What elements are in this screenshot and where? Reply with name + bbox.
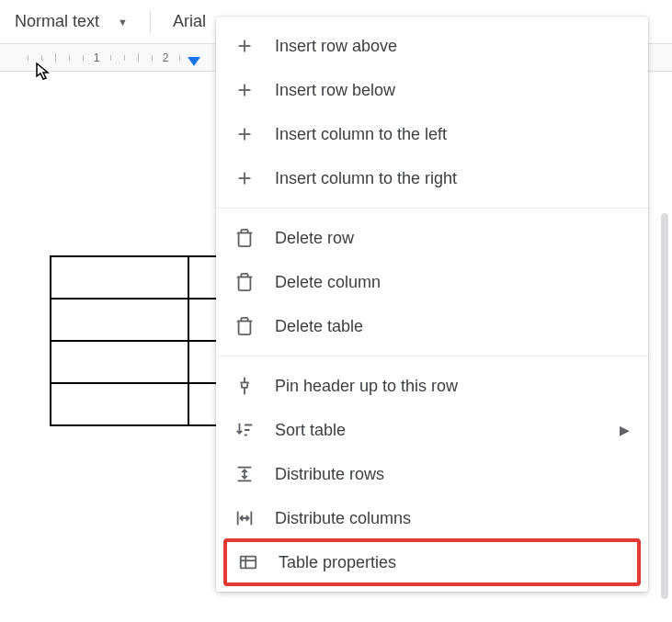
menu-label: Delete row: [275, 229, 630, 248]
table-cell[interactable]: [51, 383, 188, 425]
menu-item-pin-header[interactable]: Pin header up to this row: [216, 364, 648, 408]
table-cell[interactable]: [51, 341, 188, 383]
table-row[interactable]: [51, 341, 216, 383]
plus-icon: [234, 124, 255, 144]
font-label: Arial: [173, 12, 206, 30]
paragraph-style-selector[interactable]: Normal text ▼: [7, 8, 135, 35]
menu-label: Insert column to the right: [275, 169, 630, 188]
style-label: Normal text: [15, 12, 99, 31]
menu-item-insert-column-left[interactable]: Insert column to the left: [216, 112, 648, 156]
chevron-down-icon: ▼: [118, 17, 128, 28]
menu-item-table-properties[interactable]: Table properties: [223, 538, 641, 586]
menu-divider: [216, 208, 648, 209]
trash-icon: [234, 316, 255, 336]
menu-item-distribute-rows[interactable]: Distribute rows: [216, 452, 648, 496]
plus-icon: [234, 80, 255, 100]
menu-item-insert-row-above[interactable]: Insert row above: [216, 24, 648, 68]
menu-label: Distribute rows: [275, 465, 630, 484]
table-context-menu: Insert row above Insert row below Insert…: [216, 17, 648, 592]
menu-label: Distribute columns: [275, 509, 630, 528]
menu-label: Delete table: [275, 317, 630, 336]
table-properties-icon: [238, 552, 258, 572]
table-cell[interactable]: [188, 383, 216, 425]
distribute-rows-icon: [234, 464, 255, 484]
indent-marker-icon[interactable]: [188, 57, 200, 66]
menu-label: Table properties: [279, 553, 626, 572]
trash-icon: [234, 228, 255, 248]
sort-icon: [234, 420, 255, 440]
menu-label: Delete column: [275, 273, 630, 292]
table-cell[interactable]: [188, 341, 216, 383]
menu-item-insert-column-right[interactable]: Insert column to the right: [216, 156, 648, 200]
menu-item-delete-column[interactable]: Delete column: [216, 260, 648, 304]
plus-icon: [234, 168, 255, 188]
toolbar-divider: [150, 10, 151, 34]
table-row[interactable]: [51, 256, 216, 299]
table-cell[interactable]: [51, 256, 188, 299]
ruler-mark: 2: [161, 51, 171, 64]
scrollbar[interactable]: [661, 213, 668, 599]
distribute-columns-icon: [234, 508, 255, 528]
menu-item-sort-table[interactable]: Sort table ▶: [216, 408, 648, 452]
menu-label: Insert column to the left: [275, 125, 630, 144]
table-cell[interactable]: [188, 256, 216, 299]
font-selector[interactable]: Arial: [165, 8, 213, 35]
table-row[interactable]: [51, 383, 216, 425]
table-cell[interactable]: [188, 299, 216, 341]
plus-icon: [234, 36, 255, 56]
menu-label: Insert row above: [275, 37, 630, 56]
pin-icon: [234, 376, 255, 396]
menu-item-delete-row[interactable]: Delete row: [216, 216, 648, 260]
menu-item-insert-row-below[interactable]: Insert row below: [216, 68, 648, 112]
table-row[interactable]: [51, 299, 216, 341]
menu-label: Pin header up to this row: [275, 377, 630, 396]
menu-label: Sort table: [275, 421, 599, 440]
document-table[interactable]: [50, 255, 216, 426]
trash-icon: [234, 272, 255, 292]
menu-divider: [216, 356, 648, 356]
menu-item-delete-table[interactable]: Delete table: [216, 304, 648, 348]
table-cell[interactable]: [51, 299, 188, 341]
svg-rect-12: [241, 557, 256, 569]
menu-label: Insert row below: [275, 81, 630, 100]
chevron-right-icon: ▶: [620, 423, 630, 437]
menu-item-distribute-columns[interactable]: Distribute columns: [216, 496, 648, 540]
ruler-mark: 1: [92, 51, 102, 64]
